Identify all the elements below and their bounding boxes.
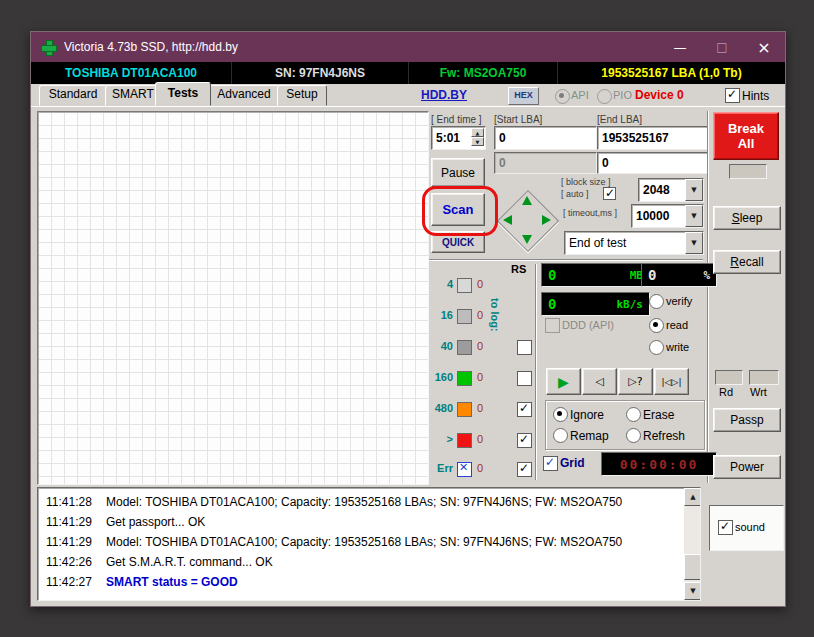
latency-row: 40 0	[429, 340, 509, 354]
passp-button[interactable]: Passp	[713, 408, 781, 432]
random-seek-icon: ▷?	[628, 375, 642, 388]
api-radio[interactable]	[555, 89, 570, 104]
scroll-thumb[interactable]	[684, 554, 701, 580]
butterfly-seek-button[interactable]: |◁▷|	[654, 368, 689, 395]
timeout-select[interactable]: 10000 ▼	[631, 204, 704, 228]
chevron-down-icon[interactable]: ▼	[685, 179, 703, 201]
block-size-select[interactable]: 2048 ▼	[638, 178, 704, 202]
log-checkbox-err[interactable]	[517, 462, 532, 477]
grid-checkbox[interactable]	[543, 456, 558, 471]
tab-smart[interactable]: SMART	[105, 85, 161, 106]
pause-button[interactable]: Pause	[431, 158, 485, 187]
timer-display: 00:00:00	[601, 452, 717, 476]
log-time: 11:42:26	[46, 555, 92, 569]
latency-label: 480	[429, 402, 453, 414]
hints-label[interactable]: Hints	[742, 89, 769, 103]
log-checkbox-gt[interactable]	[517, 433, 532, 448]
grid-label[interactable]: Grid	[560, 456, 585, 470]
latency-count: 0	[477, 371, 483, 383]
tab-standard[interactable]: Standard	[39, 85, 107, 106]
spin-down-icon[interactable]: ▼	[471, 137, 484, 146]
percent-display: 0 %	[641, 263, 717, 287]
log-time: 11:41:29	[46, 515, 92, 529]
butterfly-seek-icon: |◁▷|	[662, 377, 682, 387]
quick-button[interactable]: QUICK	[431, 231, 485, 253]
block-size-value: 2048	[639, 179, 685, 201]
sleep-button[interactable]: Sleep	[713, 206, 781, 230]
seek-dpad[interactable]	[495, 188, 559, 252]
minimize-icon[interactable]: —	[659, 32, 701, 62]
hex-button[interactable]: HEX	[508, 87, 539, 105]
scroll-down-icon[interactable]: ▼	[684, 582, 701, 600]
start-lba-input[interactable]: 0	[494, 126, 597, 150]
mb-value: 0	[548, 267, 556, 283]
tab-bar: Standard SMART Tests Advanced Setup HDD.…	[31, 84, 785, 107]
sound-checkbox[interactable]	[718, 520, 733, 535]
sound-label[interactable]: sound	[735, 521, 765, 533]
refresh-radio[interactable]	[626, 428, 641, 443]
read-label[interactable]: read	[666, 319, 688, 331]
tab-tests[interactable]: Tests	[155, 82, 211, 106]
log-checkbox-480[interactable]	[517, 402, 532, 417]
write-radio[interactable]	[649, 340, 664, 355]
latency-label: Err	[429, 462, 453, 474]
erase-radio[interactable]	[626, 407, 641, 422]
log-checkbox-160[interactable]	[517, 371, 532, 386]
percent-value: 0	[648, 267, 656, 283]
tab-advanced[interactable]: Advanced	[209, 85, 279, 106]
dpad-up-icon[interactable]	[522, 196, 532, 205]
end-lba-input[interactable]: 1953525167	[597, 126, 709, 150]
dpad-left-icon[interactable]	[503, 215, 512, 225]
pio-radio[interactable]	[597, 89, 612, 104]
ignore-label[interactable]: Ignore	[570, 408, 604, 422]
read-radio[interactable]	[649, 318, 664, 333]
break-all-button[interactable]: Break All	[713, 112, 779, 160]
maximize-icon[interactable]: □	[701, 32, 743, 62]
remap-radio[interactable]	[553, 428, 568, 443]
log-scrollbar[interactable]: ▲ ▼	[684, 488, 700, 600]
auto-checkbox[interactable]	[603, 187, 616, 200]
log-time: 11:41:29	[46, 535, 92, 549]
break-all-line1: Break	[728, 121, 764, 136]
scan-button[interactable]: Scan	[431, 193, 485, 226]
api-label[interactable]: API	[571, 89, 589, 101]
hints-checkbox[interactable]	[725, 88, 740, 103]
end-lba-label: [End LBA]	[597, 114, 642, 125]
tab-setup[interactable]: Setup	[277, 85, 327, 106]
ddd-label: DDD (API)	[562, 319, 614, 331]
verify-radio[interactable]	[649, 294, 664, 309]
log-time: 11:42:27	[46, 575, 92, 589]
log-checkbox-40[interactable]	[517, 340, 532, 355]
latency-row: 480 0	[429, 402, 509, 416]
refresh-label[interactable]: Refresh	[643, 429, 685, 443]
spin-up-icon[interactable]: ▲	[471, 128, 484, 137]
sleep-label: Sleep	[732, 211, 763, 225]
log-text: Get passport... OK	[106, 515, 205, 529]
start-button[interactable]: ▶	[546, 368, 581, 395]
latency-label: 40	[429, 340, 453, 352]
close-icon[interactable]: ×	[743, 32, 785, 62]
erase-label[interactable]: Erase	[643, 408, 674, 422]
speed-value: 0	[548, 296, 556, 312]
random-seek-button[interactable]: ▷?	[618, 368, 653, 395]
chevron-down-icon[interactable]: ▼	[685, 232, 703, 254]
pio-label[interactable]: PIO	[613, 89, 632, 101]
verify-label[interactable]: verify	[666, 295, 692, 307]
step-back-icon: ◁	[595, 375, 603, 388]
log-line: 11:41:28 Model: TOSHIBA DT01ACA100; Capa…	[38, 492, 700, 512]
end-time-spinner[interactable]: 5:01 ▲ ▼	[431, 126, 486, 150]
recall-button[interactable]: Recall	[713, 250, 781, 274]
write-label[interactable]: write	[666, 341, 689, 353]
dpad-down-icon[interactable]	[522, 235, 532, 244]
power-button[interactable]: Power	[713, 455, 781, 479]
end-action-select[interactable]: End of test ▼	[564, 231, 704, 255]
dpad-right-icon[interactable]	[542, 215, 551, 225]
chevron-down-icon[interactable]: ▼	[685, 205, 703, 227]
brand-link[interactable]: HDD.BY	[421, 88, 467, 102]
ignore-radio[interactable]	[553, 407, 568, 422]
step-back-button[interactable]: ◁	[582, 368, 617, 395]
speed-display: 0 kB/s	[541, 292, 650, 316]
scroll-up-icon[interactable]: ▲	[684, 488, 701, 506]
end-lba2-input[interactable]: 0	[597, 152, 709, 174]
remap-label[interactable]: Remap	[570, 429, 609, 443]
